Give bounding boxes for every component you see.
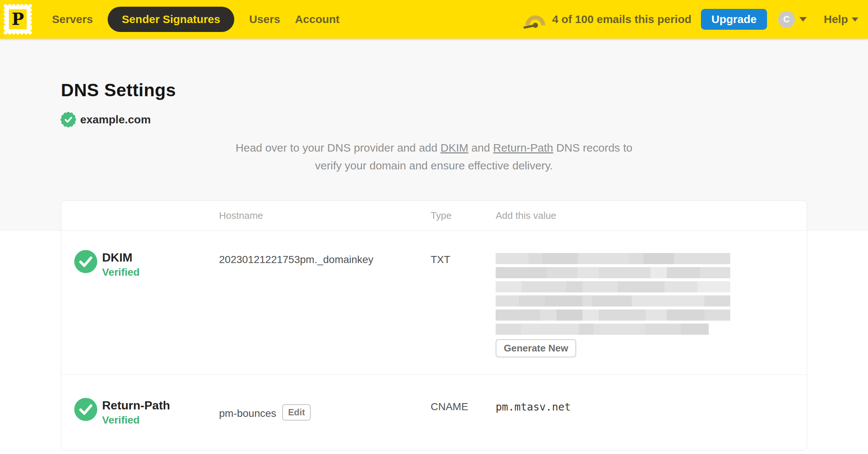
help-chevron-down-icon — [852, 17, 858, 22]
postmark-logo[interactable]: P — [3, 3, 33, 35]
domain-name: example.com — [80, 113, 151, 126]
upgrade-button[interactable]: Upgrade — [701, 9, 767, 30]
dkim-link[interactable]: DKIM — [441, 142, 469, 154]
avatar-chevron-down-icon[interactable] — [799, 17, 807, 22]
status-badge: Verified — [102, 414, 170, 426]
user-avatar[interactable]: C — [778, 11, 795, 28]
gauge-icon — [523, 10, 548, 29]
description-text-line2: verify your domain and ensure effective … — [315, 159, 553, 172]
help-menu[interactable]: Help — [824, 13, 858, 26]
table-row-return-path: Return-Path Verified pm-bounces Edit CNA… — [61, 374, 807, 450]
dkim-hostname: 20230121221753pm._domainkey — [219, 231, 431, 357]
generate-new-button[interactable]: Generate New — [496, 339, 576, 357]
table-row-dkim: DKIM Verified 20230121221753pm._domainke… — [61, 231, 807, 374]
edit-button[interactable]: Edit — [282, 404, 311, 421]
record-name: DKIM — [102, 251, 140, 264]
navbar-right: 4 of 100 emails this period Upgrade C He… — [523, 9, 858, 30]
table-header-row: Hostname Type Add this value — [61, 201, 807, 231]
redacted-line — [496, 324, 709, 335]
logo-letter: P — [12, 10, 24, 29]
dns-records-table: Hostname Type Add this value DKIM Verifi… — [61, 201, 807, 450]
dkim-status-cell: DKIM Verified — [61, 231, 219, 357]
primary-nav: Servers Sender Signatures Users Account — [52, 7, 340, 32]
nav-item-sender-signatures[interactable]: Sender Signatures — [108, 7, 234, 32]
page-title: DNS Settings — [61, 81, 868, 100]
header-hostname: Hostname — [219, 210, 431, 221]
return-path-labels: Return-Path Verified — [102, 398, 170, 426]
check-circle-icon — [74, 398, 97, 421]
description-text: DNS records to — [553, 142, 632, 154]
redacted-line — [496, 281, 730, 292]
header-value: Add this value — [496, 210, 807, 221]
return-path-hostname: pm-bounces — [219, 408, 276, 419]
nav-item-servers[interactable]: Servers — [52, 13, 93, 26]
nav-item-account[interactable]: Account — [295, 13, 340, 26]
redacted-line — [496, 309, 730, 321]
verified-seal-icon — [60, 111, 76, 128]
status-badge: Verified — [102, 266, 140, 278]
header-type: Type — [431, 210, 496, 221]
page-description: Head over to your DNS provider and add D… — [0, 139, 868, 175]
return-path-value: pm.mtasv.net — [496, 375, 807, 426]
dkim-value-redacted — [496, 253, 730, 335]
check-circle-icon — [74, 250, 97, 273]
return-path-type: CNAME — [431, 375, 496, 426]
domain-row: example.com — [60, 111, 868, 128]
description-text: and — [469, 142, 493, 154]
record-name: Return-Path — [102, 399, 170, 412]
dkim-value-cell: Generate New — [496, 231, 807, 357]
description-text: Head over to your DNS provider and add — [236, 142, 441, 154]
redacted-line — [496, 267, 730, 278]
top-navbar: P Servers Sender Signatures Users Accoun… — [0, 0, 868, 39]
dkim-type: TXT — [431, 231, 496, 357]
dkim-labels: DKIM Verified — [102, 250, 140, 357]
email-usage-text: 4 of 100 emails this period — [552, 13, 691, 26]
nav-item-users[interactable]: Users — [249, 13, 280, 26]
return-path-status-cell: Return-Path Verified — [61, 375, 219, 426]
help-label: Help — [824, 13, 848, 26]
main-content: DNS Settings example.com Head over to yo… — [0, 81, 868, 450]
redacted-line — [496, 253, 730, 264]
return-path-link[interactable]: Return-Path — [493, 142, 553, 154]
return-path-hostname-cell: pm-bounces Edit — [219, 375, 431, 426]
redacted-line — [496, 295, 730, 307]
avatar-initial: C — [783, 14, 790, 25]
